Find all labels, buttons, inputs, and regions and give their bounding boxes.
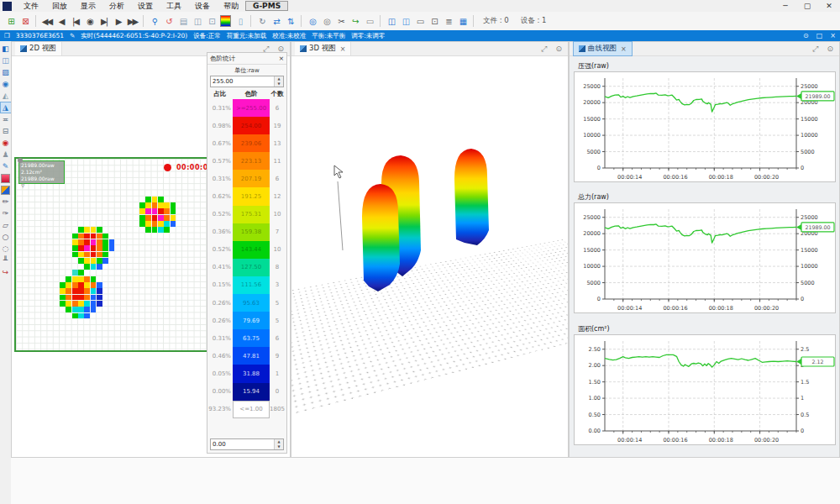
video-icon[interactable]: ▤ (176, 14, 190, 29)
prism-icon[interactable]: ◭ (1, 91, 11, 101)
stats-cell: 6 (270, 335, 285, 342)
expand-icon[interactable]: ⤢ (538, 45, 549, 54)
video-capture-icon[interactable]: ◫ (190, 14, 204, 29)
tab-3d-view[interactable]: 3D 视图 × (295, 42, 351, 55)
max-level-input[interactable] (211, 76, 274, 87)
palette-swatch-icon[interactable] (1, 185, 11, 195)
menu-设备[interactable]: 设备 (188, 2, 217, 10)
refresh-icon[interactable]: ↻ (255, 14, 269, 29)
loop-icon[interactable]: ↺ (161, 14, 176, 29)
menu-显示[interactable]: 显示 (74, 2, 102, 10)
maximize-button[interactable]: ▢ (796, 0, 818, 12)
float-panel-icon[interactable]: ⊙ (803, 32, 809, 39)
ruler-icon[interactable]: ╨ (1, 255, 11, 265)
target-icon[interactable]: ◎ (305, 14, 319, 29)
circle-target-icon[interactable]: ◉ (1, 79, 11, 89)
files-count-label: 文件 : 0 (483, 16, 509, 26)
spin-down-icon[interactable]: ▼ (275, 81, 283, 87)
menu-帮助[interactable]: 帮助 (217, 2, 245, 10)
swap-horizontal-icon[interactable]: ⇄ (269, 14, 283, 29)
skip-start-icon[interactable]: |◀ (68, 14, 82, 29)
region-icon[interactable]: ▭ (362, 14, 376, 29)
stamp-icon[interactable]: ♟ (1, 150, 11, 160)
stats-header-row: 占比 色阶 个数 (207, 88, 286, 99)
spinner-buttons[interactable]: ▲▼ (274, 439, 283, 449)
menu-设置[interactable]: 设置 (131, 2, 160, 10)
min-level-spinbox[interactable]: ▲▼ (210, 438, 284, 450)
tab-close-icon[interactable]: × (621, 45, 627, 53)
svg-text:15000: 15000 (801, 116, 818, 123)
monitor-icon[interactable]: ⊡ (427, 14, 441, 29)
surface-edit-icon[interactable]: ▨ (1, 67, 11, 77)
pencil-icon[interactable]: ✏ (1, 197, 11, 207)
menu-回放[interactable]: 回放 (45, 2, 74, 10)
pin-icon[interactable]: ⚲ (147, 14, 161, 29)
menu-bar: 文件回放显示分析设置工具设备帮助G-PMS ─▢✕ (0, 0, 840, 12)
menu-分析[interactable]: 分析 (102, 2, 131, 10)
tab-2d-label: 2D 视图 (29, 44, 56, 54)
export-icon[interactable]: ↪ (348, 14, 362, 29)
add-view-icon[interactable]: ⊞ (3, 14, 18, 29)
menu-items: 文件回放显示分析设置工具设备帮助G-PMS (17, 0, 288, 12)
list-icon[interactable]: ≣ (441, 14, 455, 29)
minimize-button[interactable]: ─ (774, 0, 796, 12)
layout-two-icon[interactable]: ◫ (384, 14, 398, 29)
play-icon[interactable]: ▶ (111, 14, 125, 29)
pressure-cell (72, 282, 78, 288)
spin-down-icon[interactable]: ▼ (275, 444, 283, 449)
view-split-icon[interactable]: ◧ (1, 44, 11, 54)
max-level-spinbox[interactable]: ▲▼ (210, 76, 284, 87)
record-target-icon[interactable]: ◉ (1, 138, 11, 148)
close-panel-icon[interactable]: × (830, 32, 836, 39)
prism-active-icon[interactable]: ◮ (1, 102, 11, 113)
close-button[interactable]: ✕ (818, 0, 840, 12)
min-level-input[interactable] (211, 439, 274, 449)
exit-icon[interactable]: ↪ (1, 267, 11, 277)
camera-swap-icon[interactable]: ⊡ (204, 14, 218, 29)
pressure-cell (72, 245, 78, 251)
avg-line-icon[interactable]: ≖ (1, 114, 11, 124)
view-quad-icon[interactable]: ◫ (1, 55, 11, 66)
tab-close-icon[interactable]: × (340, 45, 346, 53)
edit-icon[interactable]: ✎ (70, 32, 75, 39)
view-3d-canvas[interactable] (291, 55, 568, 457)
close-icon[interactable]: × (279, 55, 284, 62)
avg-box-icon[interactable]: ⊟ (1, 126, 11, 136)
step-back-icon[interactable]: ◀ (54, 14, 68, 29)
tab-curve-view[interactable]: 曲线视图 × (573, 41, 633, 56)
scissors-icon[interactable]: ✂ (333, 14, 348, 29)
tab-2d-view[interactable]: 2D 视图 (15, 42, 62, 55)
clipboard-icon[interactable]: ▯ (233, 14, 247, 29)
stats-row: 0.52%143.4410 (207, 241, 286, 259)
expand-icon[interactable]: ⤢ (810, 45, 821, 54)
rewind-icon[interactable]: ◀◀ (39, 14, 54, 29)
layout-two-alt-icon[interactable]: ◫ (398, 14, 412, 29)
pressure-cell (91, 301, 97, 307)
toolbar-separator (301, 15, 302, 27)
circle-shape-icon[interactable]: ○ (1, 232, 11, 242)
menu-文件[interactable]: 文件 (17, 2, 45, 10)
pen-icon[interactable]: ✎ (1, 161, 11, 171)
polygon-icon[interactable]: ▱ (1, 220, 11, 230)
close-view-icon[interactable]: ⊠ (18, 14, 32, 29)
settings-icon[interactable]: ⊙ (553, 45, 564, 53)
grid-icon[interactable]: ▦ (455, 14, 470, 29)
colorbar-icon[interactable] (218, 14, 233, 29)
polyline-icon[interactable]: ✑ (1, 208, 11, 218)
spinner-buttons[interactable]: ▲▼ (274, 76, 283, 87)
layout-frame-icon[interactable]: ▭ (412, 14, 427, 29)
menu-工具[interactable]: 工具 (160, 2, 188, 10)
target-alt-icon[interactable]: ◎ (319, 14, 333, 29)
swap-vertical-icon[interactable]: ⇅ (283, 14, 297, 29)
pressure-map-2d[interactable]: 21989.00raw 2.12cm² 21989.00raw ⚲ 00:00:… (14, 157, 213, 352)
maximize-panel-icon[interactable]: □ (816, 32, 823, 39)
stats-cell: 254.00 (233, 117, 270, 134)
pin-tail-icon: ⚲ (21, 182, 24, 189)
skip-end-icon[interactable]: ▶| (97, 14, 111, 29)
fast-forward-icon[interactable]: ▶▶ (125, 14, 139, 29)
settings-icon[interactable]: ⊙ (824, 45, 836, 53)
gradient-swatch-icon[interactable] (1, 173, 11, 183)
ellipse-shape-icon[interactable]: ◌ (1, 244, 11, 254)
record-icon[interactable]: ◉ (82, 14, 97, 29)
menu-G-PMS[interactable]: G-PMS (245, 1, 288, 11)
